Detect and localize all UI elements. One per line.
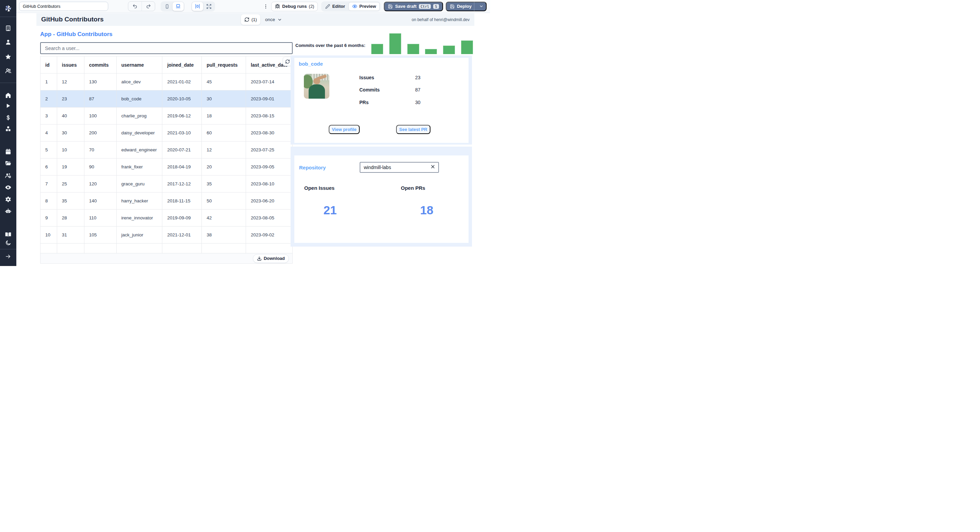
table-cell[interactable]: 110 xyxy=(84,210,116,227)
table-cell[interactable]: grace_guru xyxy=(116,176,162,192)
table-cell[interactable]: 90 xyxy=(84,159,116,176)
book-open-icon[interactable] xyxy=(5,231,11,238)
table-cell[interactable]: 2023-09-05 xyxy=(246,159,293,176)
table-cell[interactable]: 9 xyxy=(40,210,57,227)
table-row[interactable]: 835140harry_hacker2018-11-15502023-06-20 xyxy=(40,192,293,210)
table-cell[interactable]: 2021-03-10 xyxy=(162,124,202,141)
table-cell[interactable]: 7 xyxy=(40,176,57,192)
table-row[interactable]: 725120grace_guru2017-12-12352023-08-10 xyxy=(40,176,293,192)
deploy-dropdown-button[interactable] xyxy=(477,2,486,11)
eye-icon[interactable] xyxy=(5,184,11,191)
moon-icon[interactable] xyxy=(5,240,11,246)
table-cell[interactable]: bob_code xyxy=(116,91,162,108)
center-align-button[interactable] xyxy=(192,2,203,11)
table-cell[interactable]: 30 xyxy=(57,124,84,141)
preview-tab[interactable]: Preview xyxy=(348,2,380,11)
table-cell[interactable]: 2023-08-10 xyxy=(246,176,293,192)
table-cell[interactable]: 2020-07-21 xyxy=(162,141,202,159)
table-cell[interactable]: 4 xyxy=(40,124,57,141)
repository-input[interactable] xyxy=(360,165,425,170)
more-options-button[interactable] xyxy=(262,4,269,9)
view-profile-button[interactable]: View profile xyxy=(329,125,360,134)
table-cell[interactable]: 10 xyxy=(57,141,84,159)
table-cell[interactable]: 3 xyxy=(40,108,57,124)
table-cell[interactable]: 12 xyxy=(202,141,246,159)
undo-button[interactable] xyxy=(128,2,142,11)
table-cell[interactable]: charlie_prog xyxy=(116,108,162,124)
save-draft-button[interactable]: Save draft Ctrl S xyxy=(384,2,443,11)
table-cell[interactable]: 28 xyxy=(57,210,84,227)
table-cell[interactable]: 1 xyxy=(40,73,57,91)
table-cell[interactable]: 2023-08-15 xyxy=(246,108,293,124)
table-cell[interactable]: 120 xyxy=(84,176,116,192)
gear-icon[interactable] xyxy=(5,196,11,203)
table-row[interactable]: 51070edward_engineer2020-07-21122023-07-… xyxy=(40,141,293,159)
table-cell[interactable]: 2017-12-12 xyxy=(162,176,202,192)
table-cell[interactable]: 2023-07-14 xyxy=(246,73,293,91)
table-cell[interactable]: 70 xyxy=(84,141,116,159)
table-row[interactable]: 1031105jack_junior2021-12-01382023-09-02 xyxy=(40,227,293,243)
table-cell[interactable]: 2021-01-02 xyxy=(162,73,202,91)
arrow-right-icon[interactable] xyxy=(5,253,11,260)
robot-icon[interactable] xyxy=(5,208,11,214)
table-row[interactable]: 112130alice_dev2021-01-02452023-07-14 xyxy=(40,73,293,91)
table-row[interactable]: 340100charlie_prog2019-06-12182023-08-15 xyxy=(40,108,293,124)
table-cell[interactable]: 130 xyxy=(84,73,116,91)
table-cell[interactable]: 35 xyxy=(57,192,84,210)
schedule-dropdown[interactable]: once xyxy=(265,13,282,26)
table-cell[interactable]: 105 xyxy=(84,227,116,243)
table-cell[interactable]: edward_engineer xyxy=(116,141,162,159)
table-cell[interactable]: irene_innovator xyxy=(116,210,162,227)
calendar-icon[interactable] xyxy=(5,149,11,155)
table-cell[interactable]: 2018-11-15 xyxy=(162,192,202,210)
table-cell[interactable]: 23 xyxy=(57,91,84,108)
search-input[interactable] xyxy=(40,42,293,54)
table-cell[interactable]: 2023-08-30 xyxy=(246,124,293,141)
play-icon[interactable] xyxy=(5,103,11,109)
table-cell[interactable]: 5 xyxy=(40,141,57,159)
table-row[interactable]: 61990frank_fixer2018-04-19202023-09-05 xyxy=(40,159,293,176)
table-cell[interactable]: 2023-09-02 xyxy=(246,227,293,243)
table-cell[interactable]: frank_fixer xyxy=(116,159,162,176)
fullscreen-button[interactable] xyxy=(203,2,215,11)
table-cell[interactable]: daisy_developer xyxy=(116,124,162,141)
table-cell[interactable]: 2023-07-25 xyxy=(246,141,293,159)
table-cell[interactable]: 2 xyxy=(40,91,57,108)
download-button[interactable]: Download xyxy=(253,254,289,263)
table-cell[interactable]: 2019-06-12 xyxy=(162,108,202,124)
see-latest-pr-button[interactable]: See latest PR xyxy=(396,125,430,134)
building-icon[interactable] xyxy=(5,25,11,32)
table-cell[interactable]: harry_hacker xyxy=(116,192,162,210)
table-cell[interactable]: 30 xyxy=(202,91,246,108)
table-cell[interactable]: 50 xyxy=(202,192,246,210)
table-cell[interactable]: 8 xyxy=(40,192,57,210)
app-refresh-button[interactable]: (1) xyxy=(241,14,260,25)
desktop-view-button[interactable] xyxy=(172,2,184,11)
mobile-view-button[interactable] xyxy=(161,2,172,11)
home-icon[interactable] xyxy=(5,92,11,98)
table-cell[interactable]: 200 xyxy=(84,124,116,141)
table-cell[interactable]: 10 xyxy=(40,227,57,243)
table-cell[interactable]: 2019-09-09 xyxy=(162,210,202,227)
user-icon[interactable] xyxy=(5,39,11,46)
table-cell[interactable]: 45 xyxy=(202,73,246,91)
clear-input-button[interactable] xyxy=(430,164,436,169)
table-cell[interactable]: 31 xyxy=(57,227,84,243)
table-cell[interactable]: 19 xyxy=(57,159,84,176)
table-cell[interactable]: 2020-10-05 xyxy=(162,91,202,108)
table-cell[interactable]: 25 xyxy=(57,176,84,192)
windmill-logo-icon[interactable] xyxy=(4,5,12,13)
table-cell[interactable]: 100 xyxy=(84,108,116,124)
table-row[interactable]: 22387bob_code2020-10-05302023-09-01 xyxy=(40,91,293,108)
table-cell[interactable]: jack_junior xyxy=(116,227,162,243)
table-row[interactable]: 928110irene_innovator2019-09-09422023-08… xyxy=(40,210,293,227)
users-group-icon[interactable] xyxy=(5,67,11,74)
table-cell[interactable]: 140 xyxy=(84,192,116,210)
table-cell[interactable]: 2023-09-01 xyxy=(246,91,293,108)
table-cell[interactable]: 18 xyxy=(202,108,246,124)
table-cell[interactable]: 60 xyxy=(202,124,246,141)
table-cell[interactable]: 12 xyxy=(57,73,84,91)
table-cell[interactable]: 20 xyxy=(202,159,246,176)
cubes-icon[interactable] xyxy=(5,126,11,132)
editor-tab[interactable]: Editor xyxy=(322,2,348,11)
